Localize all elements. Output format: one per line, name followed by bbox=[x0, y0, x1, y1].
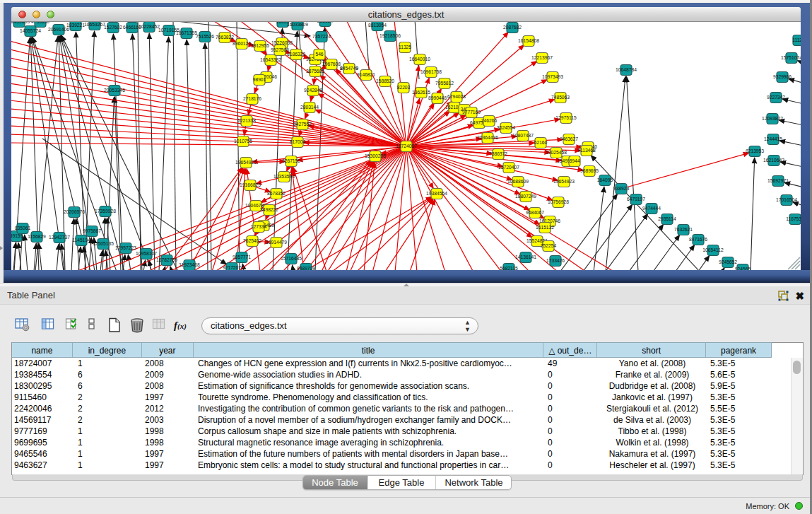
svg-text:16671355: 16671355 bbox=[176, 30, 197, 35]
svg-text:9689695: 9689695 bbox=[580, 168, 599, 173]
svg-text:15692971: 15692971 bbox=[767, 178, 789, 183]
svg-text:18807249: 18807249 bbox=[515, 194, 536, 199]
svg-text:9975867: 9975867 bbox=[83, 228, 101, 233]
svg-text:8213953: 8213953 bbox=[746, 148, 764, 153]
svg-text:19166825: 19166825 bbox=[240, 182, 261, 187]
svg-text:8960123: 8960123 bbox=[233, 41, 251, 46]
svg-text:18724007: 18724007 bbox=[396, 144, 417, 148]
svg-text:10756928: 10756928 bbox=[548, 199, 569, 204]
svg-text:20053346: 20053346 bbox=[104, 88, 125, 93]
svg-text:17957223: 17957223 bbox=[115, 245, 136, 250]
svg-text:17016504: 17016504 bbox=[776, 197, 797, 202]
svg-text:9474444: 9474444 bbox=[642, 206, 661, 211]
svg-text:546: 546 bbox=[315, 52, 323, 57]
svg-text:7632621: 7632621 bbox=[674, 227, 693, 232]
svg-text:6794028: 6794028 bbox=[447, 94, 466, 99]
svg-text:22455603: 22455603 bbox=[11, 22, 30, 24]
svg-text:8678352: 8678352 bbox=[267, 191, 286, 196]
svg-text:9329966: 9329966 bbox=[773, 74, 792, 79]
svg-text:16210643: 16210643 bbox=[763, 158, 784, 163]
svg-text:1362615: 1362615 bbox=[412, 90, 430, 95]
svg-text:10958107: 10958107 bbox=[136, 251, 157, 256]
svg-text:7955812: 7955812 bbox=[435, 81, 454, 86]
svg-text:19654925: 19654925 bbox=[235, 160, 257, 165]
svg-text:8454749: 8454749 bbox=[340, 66, 358, 71]
svg-text:16033809: 16033809 bbox=[287, 22, 308, 27]
svg-text:1615132: 1615132 bbox=[536, 225, 554, 230]
svg-text:8489709: 8489709 bbox=[297, 266, 315, 270]
svg-text:2935114: 2935114 bbox=[658, 216, 676, 221]
svg-text:2087682: 2087682 bbox=[503, 25, 522, 30]
svg-text:10807487: 10807487 bbox=[512, 133, 534, 138]
svg-text:1156829: 1156829 bbox=[28, 234, 46, 239]
svg-text:7663822: 7663822 bbox=[216, 35, 234, 40]
svg-text:12093872: 12093872 bbox=[762, 116, 783, 121]
svg-text:20364436: 20364436 bbox=[477, 135, 498, 140]
svg-text:8944: 8944 bbox=[570, 158, 580, 163]
svg-text:1221338: 1221338 bbox=[237, 118, 256, 123]
svg-text:9113468: 9113468 bbox=[577, 148, 596, 153]
svg-text:208124: 208124 bbox=[317, 22, 334, 23]
svg-text:835061: 835061 bbox=[15, 226, 31, 230]
svg-text:9242848: 9242848 bbox=[304, 88, 322, 93]
svg-text:7357224: 7357224 bbox=[312, 34, 331, 39]
svg-text:2718176: 2718176 bbox=[243, 96, 261, 101]
svg-text:1244415: 1244415 bbox=[764, 136, 782, 141]
svg-text:7625402: 7625402 bbox=[243, 238, 261, 243]
svg-text:2967608: 2967608 bbox=[322, 62, 341, 66]
svg-text:252254: 252254 bbox=[541, 243, 557, 248]
svg-text:1145194: 1145194 bbox=[72, 238, 90, 243]
svg-text:8813054: 8813054 bbox=[368, 23, 387, 28]
svg-text:9684067: 9684067 bbox=[526, 210, 544, 215]
svg-text:8990448: 8990448 bbox=[428, 95, 447, 100]
svg-text:16961758: 16961758 bbox=[420, 69, 442, 74]
svg-text:938923: 938923 bbox=[613, 186, 630, 191]
svg-text:6479197: 6479197 bbox=[627, 197, 645, 201]
svg-text:62160: 62160 bbox=[534, 140, 548, 145]
svg-text:9857771: 9857771 bbox=[233, 255, 251, 259]
svg-text:817004: 817004 bbox=[290, 139, 306, 144]
svg-text:8912955: 8912955 bbox=[251, 43, 269, 48]
svg-text:14055724: 14055724 bbox=[20, 28, 41, 33]
svg-text:10228452: 10228452 bbox=[139, 24, 160, 29]
svg-text:127334: 127334 bbox=[251, 224, 267, 229]
svg-text:12505135: 12505135 bbox=[93, 241, 114, 246]
svg-text:11923468: 11923468 bbox=[179, 262, 200, 267]
svg-text:39159: 39159 bbox=[11, 233, 23, 238]
svg-text:20691406: 20691406 bbox=[48, 27, 69, 32]
svg-text:3875685: 3875685 bbox=[306, 69, 324, 74]
svg-text:12975115: 12975115 bbox=[555, 115, 577, 120]
svg-text:10973493: 10973493 bbox=[542, 74, 563, 79]
svg-text:3498222: 3498222 bbox=[260, 207, 278, 212]
svg-text:5682115: 5682115 bbox=[500, 266, 518, 270]
svg-text:7485063: 7485063 bbox=[551, 95, 570, 100]
svg-text:8186328: 8186328 bbox=[287, 52, 305, 57]
svg-text:16543382: 16543382 bbox=[260, 57, 281, 62]
svg-text:924565: 924565 bbox=[735, 267, 751, 270]
svg-text:2803144: 2803144 bbox=[300, 105, 319, 110]
svg-text:17359928: 17359928 bbox=[95, 209, 116, 214]
svg-text:10025458: 10025458 bbox=[546, 150, 567, 155]
svg-text:746266: 746266 bbox=[481, 118, 498, 123]
svg-text:15751074: 15751074 bbox=[781, 55, 801, 60]
svg-text:9777169: 9777169 bbox=[462, 110, 481, 115]
svg-text:9463627: 9463627 bbox=[560, 136, 578, 141]
svg-text:11123: 11123 bbox=[792, 37, 801, 42]
svg-text:16154808: 16154808 bbox=[518, 38, 539, 43]
svg-text:10648784: 10648784 bbox=[616, 67, 637, 72]
svg-text:1527602: 1527602 bbox=[104, 25, 122, 30]
svg-text:8427552: 8427552 bbox=[293, 122, 312, 127]
svg-text:9146821: 9146821 bbox=[357, 72, 375, 77]
svg-text:3624554: 3624554 bbox=[497, 125, 515, 130]
svg-text:15716485: 15716485 bbox=[281, 256, 302, 261]
svg-text:9245652: 9245652 bbox=[719, 259, 737, 264]
svg-text:9227342: 9227342 bbox=[767, 95, 785, 100]
svg-text:1588520: 1588520 bbox=[376, 78, 394, 83]
svg-text:7515526: 7515526 bbox=[196, 34, 214, 39]
svg-text:1010755: 1010755 bbox=[234, 139, 252, 144]
svg-text:98901: 98901 bbox=[253, 77, 266, 82]
svg-text:1733426: 1733426 bbox=[546, 258, 565, 263]
svg-text:12942737: 12942737 bbox=[49, 235, 70, 240]
svg-text:1839221: 1839221 bbox=[66, 23, 85, 28]
svg-text:16640910: 16640910 bbox=[409, 57, 430, 62]
